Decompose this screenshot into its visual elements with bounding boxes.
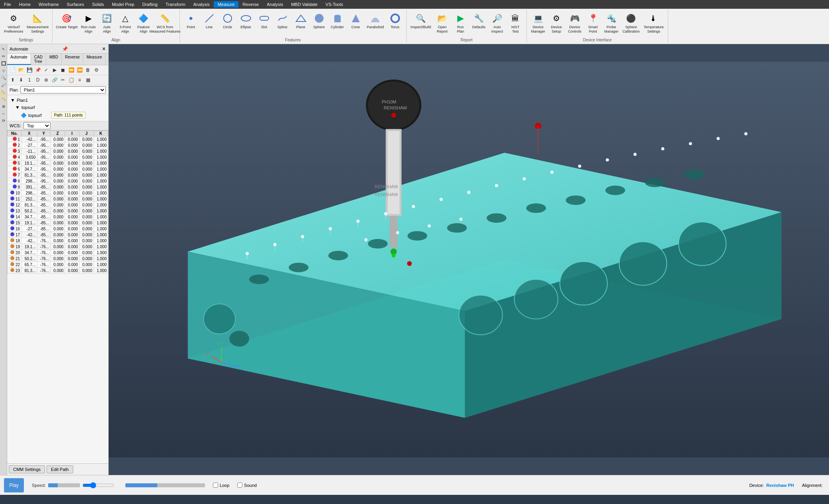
- tab-automate[interactable]: Automate: [7, 54, 31, 65]
- tb-step[interactable]: ⏩: [67, 66, 75, 74]
- ellipse-button[interactable]: Ellipse: [237, 11, 255, 30]
- slot-button[interactable]: Slot: [256, 11, 273, 30]
- table-row[interactable]: 20 34.7... -76... 0.000 0.000 0.000 1.00…: [8, 250, 108, 256]
- table-row[interactable]: 11 252... -85... 0.000 0.000 0.000 1.000: [8, 196, 108, 202]
- table-row[interactable]: 5 19.1... -95... 0.000 0.000 0.000 1.000: [8, 160, 108, 166]
- menu-mbdvalidate[interactable]: MBD Validate: [287, 1, 321, 8]
- table-row[interactable]: 16 -27... -85... 0.000 0.000 0.000 1.000: [8, 226, 108, 232]
- sidebar-icon-6[interactable]: 🔎: [0, 82, 7, 88]
- menu-analysis[interactable]: Analysis: [189, 1, 214, 8]
- sidebar-icon-10[interactable]: ↔: [0, 110, 7, 117]
- table-row[interactable]: 12 81.3... -85... 0.000 0.000 0.000 1.00…: [8, 202, 108, 208]
- table-row[interactable]: 6 34.7... -95... 0.000 0.000 0.000 1.000: [8, 166, 108, 172]
- cmm-settings-button[interactable]: CMM Settings: [9, 465, 45, 473]
- tb-stop[interactable]: ◼: [59, 66, 67, 74]
- tb2-9[interactable]: ≡: [76, 76, 84, 84]
- probe-manager-button[interactable]: 🔩 ProbeManager: [603, 11, 620, 35]
- cone-button[interactable]: Cone: [347, 11, 365, 30]
- menu-home[interactable]: Home: [15, 1, 35, 8]
- sidebar-icon-4[interactable]: ⊹: [0, 67, 7, 74]
- tb-open[interactable]: 📂: [17, 66, 25, 74]
- viewport[interactable]: PH10M RENISHAW RENISHAW RENISHAW: [109, 44, 829, 475]
- tb2-8[interactable]: 📋: [67, 76, 75, 84]
- table-row[interactable]: 15 19.1... -85... 0.000 0.000 0.000 1.00…: [8, 220, 108, 226]
- tab-cad-tree[interactable]: CAD Tree: [31, 54, 46, 65]
- sidebar-icon-3[interactable]: 🔲: [0, 60, 7, 66]
- tb2-2[interactable]: ⬇: [17, 76, 25, 84]
- tb-save[interactable]: 💾: [25, 66, 33, 74]
- tb2-7[interactable]: ✂: [59, 76, 67, 84]
- auto-align-button[interactable]: 🔄 AutoAlign: [98, 11, 116, 35]
- menu-solids[interactable]: Solids: [88, 1, 108, 8]
- tb2-6[interactable]: 🔗: [51, 76, 59, 84]
- torus-button[interactable]: Torus: [386, 11, 404, 30]
- table-row[interactable]: 18 -42... -76... 0.000 0.000 0.000 1.000: [8, 238, 108, 244]
- menu-vstools[interactable]: VS-Tools: [322, 1, 347, 8]
- device-setup-button[interactable]: ⚙ DeviceSetup: [548, 11, 565, 35]
- tb-delete[interactable]: 🗑: [84, 66, 92, 74]
- tb-pin[interactable]: 📌: [34, 66, 42, 74]
- circle-button[interactable]: Circle: [219, 11, 236, 30]
- table-row[interactable]: 13 50.2... -85... 0.000 0.000 0.000 1.00…: [8, 208, 108, 214]
- plane-button[interactable]: Plane: [292, 11, 310, 30]
- menu-file[interactable]: File: [0, 1, 15, 8]
- tb2-1[interactable]: ⬆: [9, 76, 17, 84]
- smart-point-button[interactable]: 📍 SmartPoint: [584, 11, 602, 35]
- sidebar-icon-11[interactable]: ⟳: [0, 117, 7, 124]
- auto-inspect-button[interactable]: 🔎 AutoInspect: [488, 11, 506, 35]
- table-row[interactable]: 10 298... -85... 0.000 0.000 0.000 1.000: [8, 190, 108, 196]
- menu-drafting[interactable]: Drafting: [138, 1, 162, 8]
- automate-close-icon[interactable]: ✕: [102, 46, 106, 52]
- table-row[interactable]: 4 3.650 -95... 0.000 0.000 0.000 1.000: [8, 154, 108, 160]
- tab-mbd[interactable]: MBD: [46, 54, 62, 65]
- table-row[interactable]: 22 65.7... -76... 0.000 0.000 0.000 1.00…: [8, 262, 108, 268]
- menu-analysis2[interactable]: Analysis: [263, 1, 287, 8]
- nist-test-button[interactable]: 🏛 NISTTest: [507, 11, 524, 35]
- verisurf-preferences-button[interactable]: ⚙ VerisurfPreferences: [2, 11, 25, 35]
- sidebar-icon-8[interactable]: 📏: [0, 96, 7, 102]
- edit-path-button[interactable]: Edit Path: [47, 465, 73, 473]
- points-table[interactable]: No. X Y Z I J K 1 -42... -95... 0.000 0.…: [7, 130, 108, 463]
- tb-run[interactable]: ▶: [51, 66, 59, 74]
- table-row[interactable]: 2 -27... -95... 0.000 0.000 0.000 1.000: [8, 142, 108, 148]
- sidebar-icon-9[interactable]: ⊕: [0, 103, 7, 109]
- table-row[interactable]: 1 -42... -95... 0.000 0.000 0.000 1.000: [8, 136, 108, 142]
- menu-surfaces[interactable]: Surfaces: [63, 1, 88, 8]
- tree-plan1[interactable]: ▼ Plan1: [9, 97, 107, 104]
- tb-rewind[interactable]: ⏪: [76, 66, 84, 74]
- tb-new[interactable]: 📄: [9, 66, 17, 74]
- inspect-build-button[interactable]: 🔍 Inspect/Build: [409, 11, 433, 30]
- table-row[interactable]: 21 50.2... -76... 0.000 0.000 0.000 1.00…: [8, 256, 108, 262]
- tb-settings[interactable]: ⚙: [92, 66, 100, 74]
- paraboloid-button[interactable]: Paraboloid: [365, 11, 386, 30]
- menu-measure[interactable]: Measure: [214, 1, 239, 8]
- automate-pin-icon[interactable]: 📌: [62, 46, 68, 52]
- sidebar-icon-2[interactable]: ✏: [0, 53, 7, 59]
- tb2-3[interactable]: 1: [25, 76, 33, 84]
- tree-topsurf[interactable]: ▼ topsurf: [9, 104, 107, 111]
- device-manager-button[interactable]: 💻 DeviceManager: [529, 11, 547, 35]
- open-report-button[interactable]: 📂 OpenReport: [433, 11, 451, 35]
- tab-measure[interactable]: Measure: [83, 54, 105, 65]
- tb2-10[interactable]: ▦: [84, 76, 92, 84]
- sound-checkbox[interactable]: [237, 483, 242, 488]
- defaults-button[interactable]: 🔧 Defaults: [470, 11, 488, 30]
- cylinder-button[interactable]: Cylinder: [329, 11, 346, 30]
- table-row[interactable]: 14 34.7... -85... 0.000 0.000 0.000 1.00…: [8, 214, 108, 220]
- line-button[interactable]: Line: [201, 11, 218, 30]
- tb-check[interactable]: ✓: [42, 66, 50, 74]
- loop-checkbox[interactable]: [213, 483, 218, 488]
- menu-wireframe[interactable]: Wireframe: [35, 1, 63, 8]
- temperature-settings-button[interactable]: 🌡 TemperatureSettings: [642, 11, 665, 35]
- table-row[interactable]: 7 81.3... -95... 0.000 0.000 0.000 1.000: [8, 172, 108, 178]
- table-row[interactable]: 17 -42... -85... 0.000 0.000 0.000 1.000: [8, 232, 108, 238]
- table-row[interactable]: 23 81.3... -76... 0.000 0.000 0.000 1.00…: [8, 268, 108, 274]
- wcs-from-measured-button[interactable]: 📏 WCS fromMeasured Features: [153, 11, 177, 35]
- table-row[interactable]: 19 19.1... -76... 0.000 0.000 0.000 1.00…: [8, 244, 108, 250]
- menu-reverse[interactable]: Reverse: [238, 1, 263, 8]
- device-controls-button[interactable]: 🎮 DeviceControls: [566, 11, 583, 35]
- tb2-5[interactable]: ⊕: [42, 76, 50, 84]
- sidebar-icon-7[interactable]: 📐: [0, 89, 7, 95]
- speed-slider[interactable]: [82, 482, 114, 488]
- measurement-settings-button[interactable]: 📐 MeasurementSettings: [26, 11, 50, 35]
